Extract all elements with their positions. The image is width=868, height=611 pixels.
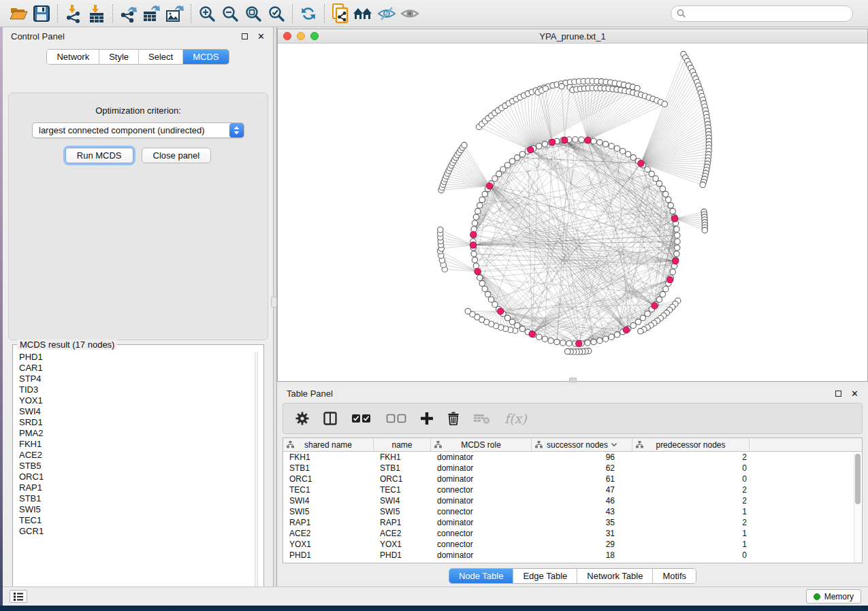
cell: 2 <box>632 517 750 528</box>
tab-style[interactable]: Style <box>99 50 139 64</box>
delete-table-icon-disabled <box>474 412 490 425</box>
zoom-fit-icon[interactable] <box>242 3 265 24</box>
cell: 62 <box>532 463 632 474</box>
export-image-icon[interactable] <box>163 3 187 24</box>
mcds-result-item[interactable]: STB5 <box>14 461 253 472</box>
column-header-predecessor-nodes[interactable]: predecessor nodes <box>632 438 750 451</box>
table-row-TEC1[interactable]: TEC1TEC1connector472 <box>283 484 862 495</box>
close-table-panel-icon[interactable]: ✕ <box>851 389 858 398</box>
table-row-ORC1[interactable]: ORC1ORC1dominator610 <box>283 474 862 484</box>
zoom-selected-icon[interactable] <box>265 3 288 24</box>
mcds-result-item[interactable]: PHD1 <box>14 352 253 363</box>
cell: 1 <box>632 539 750 550</box>
cell: connector <box>431 539 532 550</box>
cell: TEC1 <box>374 484 431 495</box>
tab-mcds[interactable]: MCDS <box>183 50 228 64</box>
table-row-YOX1[interactable]: YOX1YOX1connector291 <box>283 539 862 550</box>
float-table-panel-icon[interactable] <box>835 391 841 397</box>
main-toolbar <box>0 0 868 27</box>
mcds-result-item[interactable]: STB1 <box>14 493 253 504</box>
houses-icon[interactable] <box>352 3 375 24</box>
table-scrollbar-thumb[interactable] <box>855 454 861 504</box>
column-header-MCDS-role[interactable]: MCDS role <box>431 438 532 451</box>
close-panel-button[interactable]: Close panel <box>142 148 212 163</box>
export-network-icon[interactable] <box>117 3 140 24</box>
cell: 1 <box>632 506 750 517</box>
memory-button[interactable]: Memory <box>806 589 861 604</box>
mcds-result-item[interactable]: ORC1 <box>14 472 253 482</box>
settings-gear-icon[interactable] <box>295 412 309 425</box>
hide-details-eye-slash-icon[interactable] <box>375 3 398 24</box>
zoom-in-icon[interactable] <box>195 3 219 24</box>
add-column-icon[interactable] <box>421 412 433 425</box>
table-scrollbar[interactable] <box>854 452 861 563</box>
table-row-RAP1[interactable]: RAP1RAP1dominator352 <box>283 517 862 528</box>
task-history-button[interactable] <box>10 590 27 603</box>
zoom-out-icon[interactable] <box>219 3 242 24</box>
control-panel-tabs: NetworkStyleSelectMCDS <box>46 49 229 65</box>
refresh-view-icon[interactable] <box>297 3 320 24</box>
tab-node-table[interactable]: Node Table <box>449 569 514 583</box>
mcds-result-item[interactable]: FKH1 <box>14 439 253 450</box>
column-header-successor-nodes[interactable]: successor nodes <box>532 438 632 451</box>
panel-split-handle[interactable] <box>271 297 277 308</box>
cell: 29 <box>532 539 632 550</box>
cell: connector <box>431 484 532 495</box>
float-panel-icon[interactable] <box>242 33 248 39</box>
close-panel-icon[interactable]: ✕ <box>257 32 265 41</box>
column-header-name[interactable]: name <box>374 438 431 451</box>
show-details-eye-icon[interactable] <box>398 3 421 24</box>
search-input[interactable] <box>689 9 847 18</box>
deselect-all-checkboxes-icon[interactable] <box>386 414 406 423</box>
import-network-icon[interactable] <box>62 3 85 24</box>
select-all-checkboxes-icon[interactable] <box>351 414 372 423</box>
show-column-panel-icon[interactable] <box>323 412 337 425</box>
mcds-result-item[interactable]: SRD1 <box>14 417 253 428</box>
mcds-result-item[interactable]: TEC1 <box>14 515 253 526</box>
control-panel-title: Control Panel <box>11 31 65 42</box>
result-list-scrollbar[interactable] <box>255 352 258 595</box>
table-row-SWI4[interactable]: SWI4SWI4dominator462 <box>283 495 862 506</box>
table-row-FKH1[interactable]: FKH1FKH1dominator962 <box>283 452 862 463</box>
export-table-icon[interactable] <box>140 3 163 24</box>
table-row-PHD1[interactable]: PHD1PHD1dominator180 <box>283 550 862 561</box>
run-mcds-button[interactable]: Run MCDS <box>65 148 133 163</box>
save-session-icon[interactable] <box>30 3 53 24</box>
network-window-titlebar[interactable]: YPA_prune.txt_1 <box>278 29 867 44</box>
delete-column-trash-icon[interactable] <box>447 412 460 425</box>
tab-motifs[interactable]: Motifs <box>653 569 696 583</box>
new-network-from-selection-icon[interactable] <box>329 3 352 24</box>
mcds-result-item[interactable]: STP4 <box>14 374 253 384</box>
mcds-result-item[interactable]: RAP1 <box>14 482 253 493</box>
table-row-STB1[interactable]: STB1STB1dominator620 <box>283 463 862 474</box>
mcds-result-item[interactable]: PMA2 <box>14 428 253 439</box>
search-field[interactable] <box>671 5 853 22</box>
table-row-ACE2[interactable]: ACE2ACE2connector311 <box>283 528 862 539</box>
horizontal-split-handle[interactable] <box>569 378 577 382</box>
mcds-result-item[interactable]: CAR1 <box>14 363 253 374</box>
column-header-shared-name[interactable]: shared name <box>283 438 374 451</box>
cell: FKH1 <box>283 452 374 463</box>
network-view-window: YPA_prune.txt_1 <box>277 29 868 382</box>
mcds-result-item[interactable]: SWI4 <box>14 406 253 417</box>
network-canvas[interactable] <box>278 44 867 381</box>
mcds-result-item[interactable]: ACE2 <box>14 450 253 461</box>
mcds-result-item[interactable]: SWI5 <box>14 504 253 515</box>
mcds-result-item[interactable]: GCR1 <box>14 526 253 537</box>
tab-network-table[interactable]: Network Table <box>577 569 653 583</box>
tab-select[interactable]: Select <box>139 50 183 64</box>
mcds-result-list[interactable]: PHD1CAR1STP4TID3YOX1SWI4SRD1PMA2FKH1ACE2… <box>14 352 253 595</box>
cell: 31 <box>532 528 632 539</box>
criterion-dropdown[interactable]: largest connected component (undirected) <box>32 122 244 138</box>
import-table-icon[interactable] <box>85 3 108 24</box>
node-table-header: shared namenameMCDS rolesuccessor nodesp… <box>283 438 862 452</box>
mcds-result-item[interactable]: YOX1 <box>14 395 253 406</box>
cell: connector <box>431 528 532 539</box>
cell: 43 <box>532 506 632 517</box>
cell: ORC1 <box>374 474 431 484</box>
tab-edge-table[interactable]: Edge Table <box>513 569 577 583</box>
table-row-SWI5[interactable]: SWI5SWI5connector431 <box>283 506 862 517</box>
open-file-icon[interactable] <box>7 3 30 24</box>
tab-network[interactable]: Network <box>47 50 99 64</box>
mcds-result-item[interactable]: TID3 <box>14 384 253 395</box>
